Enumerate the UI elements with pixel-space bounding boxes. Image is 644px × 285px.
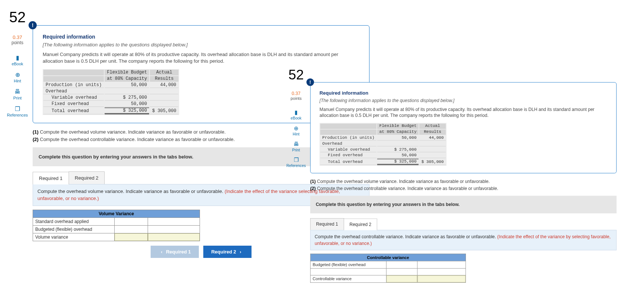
row-controllable-variance: Controllable variance: [310, 275, 387, 283]
chevron-right-icon: ›: [240, 249, 241, 255]
answer-table-title: Controllable variance: [310, 254, 466, 261]
prompt-bar: Compute the overhead controllable varian…: [310, 230, 617, 250]
tabs: Required 1 Required 2: [310, 218, 617, 230]
input-variance-amount[interactable]: [115, 233, 148, 241]
tab-required-1[interactable]: Required 1: [310, 218, 344, 230]
sidebar-hint-label: Hint: [282, 132, 310, 136]
copy-icon: ❐: [293, 157, 299, 163]
input-variance-favorability[interactable]: [417, 275, 466, 283]
sidebar-print[interactable]: 🖶 Print: [2, 88, 33, 100]
card-body-text: Manuel Company predicts it will operate …: [43, 51, 359, 65]
chevron-left-icon: ‹: [161, 249, 162, 255]
answer-table: Controllable variance Budgeted (flexible…: [310, 253, 466, 282]
print-icon: 🖶: [14, 88, 21, 95]
next-button[interactable]: Required 2 ›: [203, 246, 252, 258]
input-budgeted-amount[interactable]: [115, 225, 148, 233]
data-table: Flexible Budget Actual at 80% Capacity R…: [319, 123, 446, 166]
input-variance-favorability[interactable]: [148, 233, 200, 241]
input-standard-amount[interactable]: [115, 217, 148, 225]
points-label: points: [2, 40, 33, 45]
instruction-box: Complete this question by entering your …: [310, 196, 617, 213]
input-standard-favorability[interactable]: [148, 217, 200, 225]
print-icon: 🖶: [293, 141, 299, 147]
card-heading: Required information: [43, 34, 359, 40]
question-number: 52: [282, 67, 310, 83]
sidebar: 52 0.37 points ▮ eBook ⊕ Hint 🖶 Print ❐ …: [2, 7, 33, 122]
row-budgeted-overhead: Budgeted (flexible) overhead: [33, 225, 115, 233]
info-card: Required information [The following info…: [310, 82, 617, 174]
requirement-lines: (1) Compute the overhead volume variance…: [310, 178, 617, 191]
input-budgeted-favorability[interactable]: [148, 225, 200, 233]
input-budgeted-favorability[interactable]: [417, 261, 466, 268]
answer-table: Volume Variance Standard overhead applie…: [33, 210, 200, 241]
sidebar-ebook[interactable]: ▮ eBook: [282, 109, 310, 120]
input-blank-favorability[interactable]: [417, 268, 466, 275]
input-budgeted-amount[interactable]: [386, 261, 417, 268]
row-volume-variance: Volume variance: [33, 233, 115, 241]
sidebar-hint-label: Hint: [2, 79, 33, 83]
question-number: 52: [2, 9, 33, 26]
sidebar: 52 0.37 points ▮ eBook ⊕ Hint 🖶 Print ❐ …: [282, 65, 310, 173]
card-intro-note: [The following information applies to th…: [43, 42, 359, 48]
copy-icon: ❐: [14, 105, 21, 112]
sidebar-references[interactable]: ❐ References: [2, 105, 33, 117]
sidebar-print[interactable]: 🖶 Print: [282, 141, 310, 152]
prompt-main: Compute the overhead controllable varian…: [315, 234, 497, 239]
answer-table-title: Volume Variance: [33, 210, 200, 217]
globe-icon: ⊕: [14, 71, 21, 78]
sidebar-print-label: Print: [282, 148, 310, 152]
sidebar-ebook-label: eBook: [282, 116, 310, 120]
card-heading: Required information: [319, 90, 607, 96]
row-budgeted-overhead: Budgeted (flexible) overhead: [310, 261, 387, 268]
card-body-text: Manuel Company predicts it will operate …: [319, 107, 607, 119]
book-icon: ▮: [293, 109, 299, 115]
prev-button: ‹ Required 1: [151, 246, 199, 258]
points-value: 0.37: [282, 91, 310, 96]
sidebar-references[interactable]: ❐ References: [282, 157, 310, 168]
sidebar-hint[interactable]: ⊕ Hint: [282, 125, 310, 136]
globe-icon: ⊕: [293, 125, 299, 131]
sidebar-hint[interactable]: ⊕ Hint: [2, 71, 33, 83]
card-intro-note: [The following information applies to th…: [319, 98, 607, 103]
alert-icon: !: [29, 21, 37, 29]
sidebar-references-label: References: [2, 113, 33, 117]
points-value: 0.37: [2, 35, 33, 40]
prompt-main: Compute the overhead volume variance. In…: [37, 189, 224, 194]
alert-icon: !: [306, 78, 314, 86]
sidebar-references-label: References: [282, 164, 310, 168]
tab-required-2[interactable]: Required 2: [69, 171, 105, 184]
sidebar-print-label: Print: [2, 96, 33, 100]
row-blank: [310, 268, 387, 275]
data-table: Flexible Budget Actual at 80% Capacity R…: [43, 69, 179, 115]
book-icon: ▮: [14, 54, 21, 61]
input-blank-amount[interactable]: [386, 268, 417, 275]
points-label: points: [282, 96, 310, 101]
row-standard-applied: Standard overhead applied: [33, 217, 115, 225]
input-variance-amount[interactable]: [386, 275, 417, 283]
tab-required-1[interactable]: Required 1: [33, 172, 69, 184]
sidebar-ebook-label: eBook: [2, 62, 33, 66]
tab-required-2[interactable]: Required 2: [344, 219, 377, 230]
sidebar-ebook[interactable]: ▮ eBook: [2, 54, 33, 66]
